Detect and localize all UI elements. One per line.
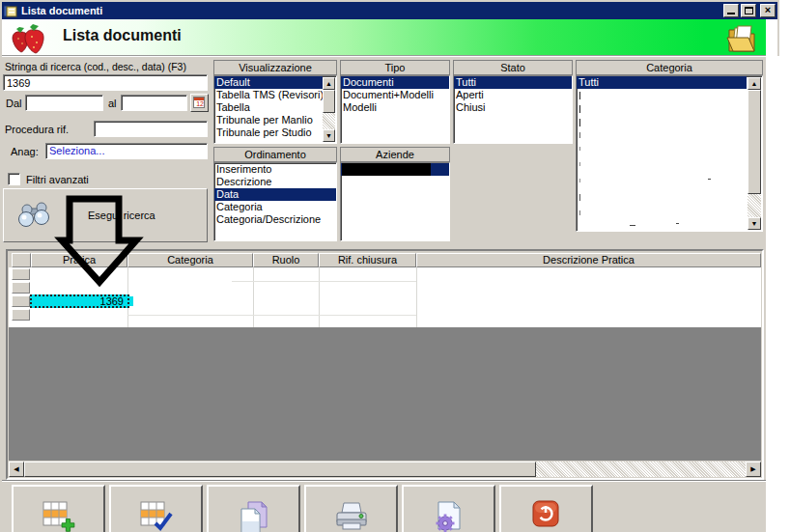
visualizzazione-list: Default Tabella TMS (Revisori) Tabella T… <box>213 75 337 144</box>
open-folder-icon[interactable] <box>725 22 760 54</box>
list-item[interactable]: Data <box>214 188 336 201</box>
scrollbar-track[interactable] <box>323 113 335 129</box>
scroll-right-icon[interactable]: ▶ <box>746 462 761 477</box>
h-scrollbar-thumb[interactable] <box>24 462 536 477</box>
page-title: Lista documenti <box>63 27 182 44</box>
list-item[interactable]: Tabella TMS (Revisori) <box>214 89 323 101</box>
close-icon: × <box>761 4 775 15</box>
row-selector-header[interactable] <box>12 253 31 267</box>
row-selector[interactable] <box>12 295 30 307</box>
date-from-input[interactable] <box>25 95 103 111</box>
column-header-descrizione-pratica[interactable]: Descrizione Pratica <box>416 253 761 267</box>
h-scrollbar-track[interactable] <box>536 462 746 477</box>
anag-select[interactable]: Seleziona... <box>45 143 208 159</box>
list-item[interactable]: Tribunale per Manlio <box>214 114 323 126</box>
redacted-row-artifact <box>579 194 580 201</box>
column-header-ruolo[interactable]: Ruolo <box>253 253 319 267</box>
scroll-up-icon[interactable]: ▲ <box>323 77 335 90</box>
app-window: Lista documenti × Lista documenti String… <box>0 0 790 532</box>
scroll-up-icon[interactable]: ▲ <box>748 77 761 90</box>
list-item[interactable]: Tutti <box>454 76 572 89</box>
add-row-button[interactable] <box>12 485 105 532</box>
tipo-list: Documenti Documenti+Modelli Modelli <box>340 75 450 144</box>
documents-icon <box>237 500 271 532</box>
filtri-avanzati-checkbox[interactable] <box>8 173 20 185</box>
categoria-list: Tutti <box>576 75 763 232</box>
exit-button[interactable] <box>499 485 593 532</box>
list-item[interactable]: Documenti+Modelli <box>341 89 449 101</box>
title-bar[interactable]: Lista documenti × <box>2 2 777 19</box>
list-item[interactable]: Documenti <box>341 76 449 89</box>
scrollbar-thumb[interactable] <box>323 90 335 113</box>
redacted-row-artifact <box>579 119 580 126</box>
scroll-left-icon[interactable]: ◀ <box>9 462 24 477</box>
date-to-input[interactable] <box>121 95 187 111</box>
calendar-button[interactable]: 12 <box>190 94 209 112</box>
list-item[interactable]: Descrizione <box>214 176 336 188</box>
app-icon <box>4 4 17 17</box>
redacted-row-artifact <box>579 147 580 151</box>
procedura-label: Procedura rif. <box>5 124 69 135</box>
redaction-bar <box>342 163 431 176</box>
list-item[interactable]: Tribunale per Studio <box>214 126 323 139</box>
search-input[interactable] <box>3 74 208 91</box>
binoculars-icon <box>15 201 54 230</box>
calendar-icon: 12 <box>193 97 205 108</box>
minimize-icon <box>727 13 735 14</box>
column-header-pratica[interactable]: Pratica <box>31 253 127 267</box>
toolbar-separator <box>2 481 766 482</box>
column-header-categoria[interactable]: Categoria <box>127 253 253 267</box>
redacted-row-artifact <box>579 162 580 166</box>
list-item[interactable]: Inserimento <box>214 163 336 176</box>
strawberries-icon <box>7 22 53 54</box>
print-button[interactable] <box>304 485 398 532</box>
scrollbar-thumb[interactable] <box>748 90 761 194</box>
redacted-row-artifact <box>579 92 580 99</box>
maximize-icon <box>745 7 753 14</box>
window-frame-right <box>777 0 779 56</box>
esegui-ricerca-label: Esegui ricerca <box>88 210 155 221</box>
copy-document-button[interactable] <box>207 485 300 532</box>
scrollbar-track[interactable] <box>748 194 761 217</box>
al-label: al <box>108 98 117 109</box>
procedura-input[interactable] <box>94 121 208 137</box>
list-item[interactable]: Chiusi <box>454 101 572 114</box>
minimize-button[interactable] <box>723 4 739 17</box>
redacted-row-artifact <box>579 179 580 182</box>
dal-label: Dal <box>6 98 22 109</box>
list-item[interactable]: Tabella <box>214 101 323 114</box>
grid-plus-icon <box>41 500 77 532</box>
redacted-row-artifact <box>579 132 580 138</box>
list-item[interactable]: Aperti <box>454 89 572 101</box>
list-item[interactable]: Tutti <box>577 76 747 89</box>
power-icon <box>532 500 561 529</box>
document-gear-icon <box>431 500 467 532</box>
stato-list: Tutti Aperti Chiusi <box>453 75 573 144</box>
esegui-ricerca-button[interactable]: Esegui ricerca <box>3 188 208 242</box>
list-item[interactable]: Categoria <box>214 201 336 213</box>
redacted-row-artifact <box>579 210 580 215</box>
row-selector[interactable] <box>12 309 30 321</box>
row-selector[interactable] <box>12 268 30 280</box>
list-item[interactable]: Default <box>214 76 323 89</box>
selection-handle <box>129 296 133 306</box>
tipo-header: Tipo <box>340 60 450 75</box>
selected-cell-pratica[interactable]: 1369 <box>30 294 129 308</box>
grid-empty-area <box>9 327 761 461</box>
redacted-row-artifact <box>630 225 635 226</box>
anag-label: Anag: <box>11 146 39 157</box>
row-selector[interactable] <box>12 282 30 294</box>
list-item[interactable]: Categoria/Descrizione <box>214 213 336 226</box>
column-header-rif-chiusura[interactable]: Rif. chiusura <box>319 253 416 267</box>
process-document-button[interactable] <box>402 485 495 532</box>
confirm-selection-button[interactable] <box>109 485 203 532</box>
scroll-down-icon[interactable]: ▼ <box>748 217 761 230</box>
ordinamento-list: Inserimento Descrizione Data Categoria C… <box>213 162 337 241</box>
redacted-row-artifact <box>708 179 711 180</box>
scroll-down-icon[interactable]: ▼ <box>323 129 335 142</box>
close-button[interactable]: × <box>760 4 776 17</box>
maximize-button[interactable] <box>741 4 756 17</box>
list-item[interactable]: Modelli <box>341 101 449 114</box>
window-title: Lista documenti <box>21 5 721 16</box>
filtri-avanzati-label: Filtri avanzati <box>26 174 89 185</box>
